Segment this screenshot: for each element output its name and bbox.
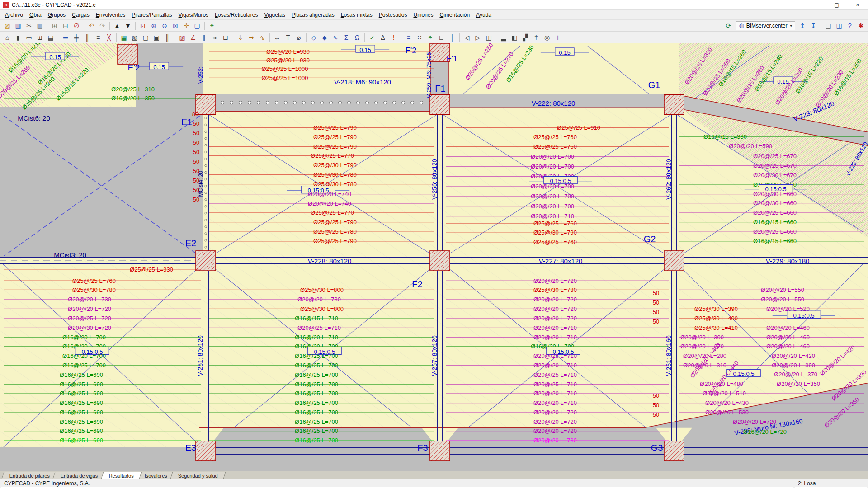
windows-tile-icon[interactable]: ◫ [834, 21, 844, 31]
zoom-out-icon[interactable]: ⊖ [159, 21, 170, 31]
beam-align-icon[interactable]: ╫ [82, 33, 93, 42]
bimserver-center-button[interactable]: ◍BIMserver.center▾ [736, 21, 795, 30]
menu-postesados[interactable]: Postesados [376, 11, 410, 19]
view-3d-icon[interactable]: ◇ [308, 33, 319, 42]
bim-upload-icon[interactable]: ↥ [797, 21, 808, 31]
menu-cargas[interactable]: Cargas [69, 11, 93, 19]
object-info-icon[interactable]: i [552, 33, 563, 42]
beam-info-icon[interactable]: ≡ [93, 33, 104, 42]
bim-download-icon[interactable]: ↧ [808, 21, 819, 31]
copy-icon[interactable]: ▥ [34, 21, 45, 31]
foundation-icon[interactable]: ▂ [498, 33, 509, 42]
select-tool-icon[interactable]: ▲ [112, 21, 123, 31]
wall-icon[interactable]: ▤ [45, 33, 56, 42]
annotation-label: Ø25@/25 L=770 [311, 152, 354, 159]
menu-pilares-pantallas[interactable]: Pilares/Pantallas [128, 11, 175, 19]
joist-icon[interactable]: ║ [162, 33, 173, 42]
menu-viguetas[interactable]: Viguetas [261, 11, 288, 19]
tab-entrada-de-pilares[interactable]: Entrada de pilares [1, 472, 57, 479]
bim-sync-icon[interactable]: ⟳ [723, 21, 734, 31]
redraw-icon[interactable]: ▢ [192, 21, 203, 31]
ortho-icon[interactable]: ∟ [436, 33, 447, 42]
zoom-in-icon[interactable]: ⊕ [148, 21, 159, 31]
tab-resultados[interactable]: Resultados [101, 472, 142, 479]
redo-icon[interactable]: ↷ [97, 21, 108, 31]
rebar-table-icon[interactable]: ⊟ [220, 33, 231, 42]
menu-grupos[interactable]: Grupos [45, 11, 69, 19]
menu-obra[interactable]: Obra [26, 11, 45, 19]
drawing-canvas[interactable]: Ø16@/20 L=210Ø16@/20 L=230Ø20@/25 L=260Ø… [0, 43, 868, 471]
layer-select-icon[interactable]: ▼ [123, 21, 133, 31]
printer-icon[interactable]: ▤ [823, 21, 834, 31]
measure-icon[interactable]: ⌀ [293, 33, 304, 42]
rebar-copy-icon[interactable]: ∥ [198, 33, 209, 42]
entry-plan-icon[interactable]: ⌂ [2, 33, 13, 42]
text-icon[interactable]: T [283, 33, 293, 42]
calculate-icon[interactable]: Δ [377, 33, 388, 42]
rebar-match-icon[interactable]: ≈ [209, 33, 220, 42]
deformed-icon[interactable]: ∿ [330, 33, 341, 42]
tab-entrada-de-vigas[interactable]: Entrada de vigas [53, 472, 106, 479]
menu-placas-aligeradas[interactable]: Placas aligeradas [288, 11, 338, 19]
cype-info-icon[interactable]: ✱ [855, 21, 866, 31]
layers-icon[interactable]: ≡ [403, 33, 414, 42]
window-icon[interactable]: ◫ [483, 33, 494, 42]
grid-icon[interactable]: ┼ [447, 33, 458, 42]
column-new-icon[interactable]: ▮ [13, 33, 24, 42]
slab-new-icon[interactable]: ▦ [118, 33, 129, 42]
reference-icon[interactable]: ⌖ [207, 21, 217, 31]
minimize-button[interactable]: – [806, 0, 826, 9]
stairs-icon[interactable]: ▞ [520, 33, 531, 42]
rebar-view-icon[interactable]: ▨ [177, 33, 188, 42]
beam-delete-icon[interactable]: ╳ [104, 33, 114, 42]
beam-new-icon[interactable]: ═ [60, 33, 71, 42]
slab-copy-icon[interactable]: ▣ [151, 33, 162, 42]
zoom-window-icon[interactable]: ⊡ [137, 21, 148, 31]
rebar-edit-icon[interactable]: ∠ [188, 33, 198, 42]
save-icon[interactable]: ▦ [13, 21, 24, 31]
help-icon[interactable]: ? [844, 21, 855, 31]
menu-archivo[interactable]: Archivo [2, 11, 26, 19]
error-icon[interactable]: ! [388, 33, 399, 42]
isovalues-icon[interactable]: ◆ [319, 33, 330, 42]
envelope-icon[interactable]: Ω [352, 33, 363, 42]
open-project-icon[interactable]: ▨ [2, 21, 13, 31]
table-edit-icon[interactable]: ⊟ [60, 21, 71, 31]
properties-icon[interactable]: ◎ [542, 33, 552, 42]
column-grid-icon[interactable]: ⊞ [34, 33, 45, 42]
load-point-icon[interactable]: ⇓ [235, 33, 246, 42]
tab-isovalores[interactable]: Isovalores [137, 472, 175, 479]
results-icon[interactable]: Σ [341, 33, 352, 42]
groups-icon[interactable]: ∷ [414, 33, 425, 42]
slab-edit-icon[interactable]: ▧ [129, 33, 140, 42]
column-edit-icon[interactable]: ▭ [24, 33, 34, 42]
annotation-label: Ø25@/25 L=780 [313, 228, 357, 235]
close-button[interactable]: × [847, 0, 868, 9]
tab-seguridad-y-salud[interactable]: Seguridad y salud [170, 472, 226, 479]
dimension-icon[interactable]: ↔ [272, 33, 283, 42]
table-icon[interactable]: ⊞ [49, 21, 60, 31]
menu-vigas-muros[interactable]: Vigas/Muros [175, 11, 212, 19]
check-icon[interactable]: ✓ [367, 33, 377, 42]
load-area-icon[interactable]: ⇘ [257, 33, 268, 42]
menu-envolventes[interactable]: Envolventes [93, 11, 128, 19]
zoom-next-icon[interactable]: ▷ [472, 33, 483, 42]
menu-cimentaci-n[interactable]: Cimentación [437, 11, 473, 19]
crane-icon[interactable]: † [531, 33, 542, 42]
zoom-prev-icon[interactable]: ◁ [462, 33, 472, 42]
snap-icon[interactable]: ⌖ [425, 33, 436, 42]
pan-icon[interactable]: ✛ [181, 21, 192, 31]
delete-icon[interactable]: ∅ [71, 21, 82, 31]
footing-icon[interactable]: ◧ [509, 33, 520, 42]
menu-losas-reticulares[interactable]: Losas/Reticulares [212, 11, 261, 19]
slab-hole-icon[interactable]: ▢ [140, 33, 151, 42]
undo-icon[interactable]: ↶ [86, 21, 97, 31]
maximize-button[interactable]: ▢ [826, 0, 847, 9]
menu-ayuda[interactable]: Ayuda [473, 11, 495, 19]
beam-edit-icon[interactable]: ╪ [71, 33, 82, 42]
cut-icon[interactable]: ✂ [24, 21, 34, 31]
zoom-extents-icon[interactable]: ⊠ [170, 21, 181, 31]
menu-losas-mixtas[interactable]: Losas mixtas [338, 11, 376, 19]
load-line-icon[interactable]: ⇒ [246, 33, 257, 42]
menu-uniones[interactable]: Uniones [410, 11, 436, 19]
